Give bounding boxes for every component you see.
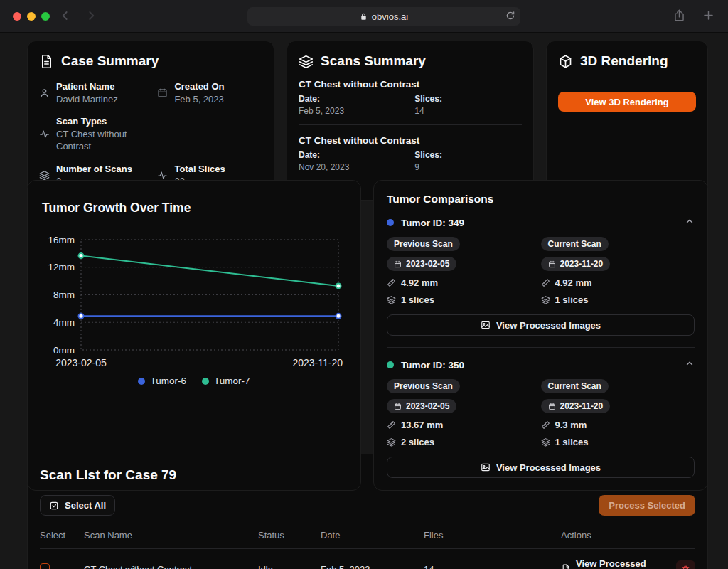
status-cell: Idle: [258, 549, 321, 569]
tumor-comparisons-card: Tumor Comparisons Tumor ID: 349 Previous…: [373, 180, 708, 491]
svg-text:4mm: 4mm: [53, 317, 75, 328]
share-icon[interactable]: [673, 9, 686, 25]
case-summary-card: Case Summary Patient Name David Martinez…: [27, 41, 274, 201]
svg-text:2023-11-20: 2023-11-20: [292, 357, 343, 368]
scans-summary-card: Scans Summary CT Chest without Contrast …: [287, 41, 534, 201]
ruler-icon: [387, 278, 396, 287]
files-cell: 14: [424, 549, 561, 569]
back-icon[interactable]: [58, 9, 73, 26]
page-content: Case Summary Patient Name David Martinez…: [0, 33, 728, 569]
cube-icon: [558, 54, 573, 69]
current-scan-badge: Current Scan: [541, 379, 609, 393]
checkbox-check-icon: [49, 501, 59, 511]
tumor-growth-card: Tumor Growth Over Time 0mm4mm8mm12mm16mm…: [27, 180, 361, 491]
activity-icon: [39, 129, 50, 139]
scan-date-badge: 2023-11-20: [541, 257, 611, 271]
chart-title: Tumor Growth Over Time: [42, 201, 346, 216]
ruler-icon: [541, 278, 550, 287]
tumor-growth-chart: 0mm4mm8mm12mm16mm2023-02-052023-11-20: [39, 228, 350, 370]
new-tab-icon[interactable]: [702, 9, 715, 25]
previous-scan-column: Previous Scan 2023-02-05 13.67 mm 2 slic…: [387, 379, 541, 447]
tumor-header-350[interactable]: Tumor ID: 350: [387, 358, 695, 371]
divider: [387, 347, 695, 348]
layers-icon: [387, 437, 396, 447]
layers-icon: [299, 54, 314, 69]
chevron-up-icon[interactable]: [685, 358, 695, 371]
address-bar[interactable]: obvios.ai: [247, 7, 520, 26]
view-processed-images-button[interactable]: View Processed Images: [387, 457, 695, 478]
tumor-header-349[interactable]: Tumor ID: 349: [387, 216, 695, 229]
delete-scan-button[interactable]: [676, 560, 695, 569]
svg-text:2023-02-05: 2023-02-05: [55, 357, 107, 368]
column-header-actions: Actions: [561, 530, 695, 549]
scan-date-badge: 2023-02-05: [387, 399, 456, 413]
trash-icon: [681, 565, 690, 569]
previous-scan-badge: Previous Scan: [387, 379, 460, 393]
current-scan-column: Current Scan 2023-11-20 4.92 mm 1 slices: [541, 237, 695, 305]
scan-name-cell: CT Chest without Contrast: [84, 549, 258, 569]
svg-text:16mm: 16mm: [48, 235, 75, 245]
legend-dot: [138, 378, 145, 385]
browser-toolbar: obvios.ai: [0, 0, 728, 33]
layers-icon: [39, 170, 50, 181]
date-cell: Feb 5, 2023: [321, 549, 424, 569]
patient-name-field: Patient Name David Martinez: [39, 80, 157, 105]
legend-item: Tumor-7: [202, 376, 250, 386]
activity-icon: [157, 170, 168, 181]
file-check-icon: [561, 564, 571, 569]
scan-table: Select Scan Name Status Date Files Actio…: [40, 530, 695, 569]
lock-icon: [360, 13, 368, 21]
rendering-card: 3D Rendering View 3D Rendering: [546, 41, 708, 201]
column-header-status: Status: [258, 530, 321, 549]
ruler-icon: [541, 420, 550, 430]
divider: [299, 124, 522, 125]
chevron-up-icon[interactable]: [685, 216, 695, 229]
view-processed-files-button[interactable]: View Processed Files: [561, 558, 665, 569]
view-processed-images-button[interactable]: View Processed Images: [387, 314, 695, 336]
reload-icon[interactable]: [505, 11, 515, 23]
current-scan-column: Current Scan 2023-11-20 9.3 mm 1 slices: [541, 379, 695, 447]
close-window-button[interactable]: [13, 12, 21, 21]
column-header-files: Files: [424, 530, 561, 549]
row-checkbox[interactable]: [40, 563, 50, 569]
column-header-scan-name: Scan Name: [84, 530, 258, 549]
column-header-select: Select: [40, 530, 84, 549]
tumor-comparisons-title: Tumor Comparisons: [387, 193, 695, 206]
layers-icon: [541, 437, 550, 447]
column-header-date: Date: [321, 530, 424, 549]
scan-entry: CT Chest without Contrast Date: Nov 20, …: [299, 135, 522, 172]
minimize-window-button[interactable]: [27, 12, 36, 21]
rendering-title: 3D Rendering: [580, 53, 668, 69]
process-selected-button[interactable]: Process Selected: [599, 495, 695, 516]
case-summary-title: Case Summary: [61, 53, 159, 69]
image-icon: [481, 462, 491, 472]
legend-dot: [202, 378, 209, 385]
scan-date-badge: 2023-02-05: [387, 257, 456, 271]
scan-entry: CT Chest without Contrast Date: Feb 5, 2…: [299, 79, 522, 116]
current-scan-badge: Current Scan: [541, 237, 609, 251]
scan-types-field: Scan Types CT Chest without Contrast: [39, 115, 157, 153]
chart-legend: Tumor-6Tumor-7: [39, 376, 349, 386]
file-text-icon: [39, 54, 54, 69]
tumor-dot: [387, 219, 394, 226]
browser-window: obvios.ai Case Summary Patient Name: [0, 0, 728, 569]
image-icon: [481, 320, 491, 330]
ruler-icon: [387, 420, 396, 430]
forward-icon[interactable]: [84, 9, 98, 26]
layers-icon: [387, 295, 396, 304]
traffic-lights: [13, 12, 50, 21]
zoom-window-button[interactable]: [41, 12, 50, 21]
created-on-field: Created On Feb 5, 2023: [157, 80, 262, 105]
calendar-icon: [157, 87, 168, 98]
layers-icon: [541, 295, 550, 304]
tumor-dot: [387, 361, 394, 368]
scan-date-badge: 2023-11-20: [541, 399, 611, 413]
select-all-button[interactable]: Select All: [40, 495, 115, 516]
table-row: CT Chest without Contrast Idle Feb 5, 20…: [40, 549, 695, 569]
svg-text:12mm: 12mm: [48, 262, 75, 272]
previous-scan-badge: Previous Scan: [387, 237, 460, 251]
scans-summary-title: Scans Summary: [321, 53, 426, 69]
view-3d-rendering-button[interactable]: View 3D Rendering: [558, 92, 696, 112]
svg-text:8mm: 8mm: [53, 289, 75, 300]
previous-scan-column: Previous Scan 2023-02-05 4.92 mm 1 slice…: [387, 237, 541, 305]
